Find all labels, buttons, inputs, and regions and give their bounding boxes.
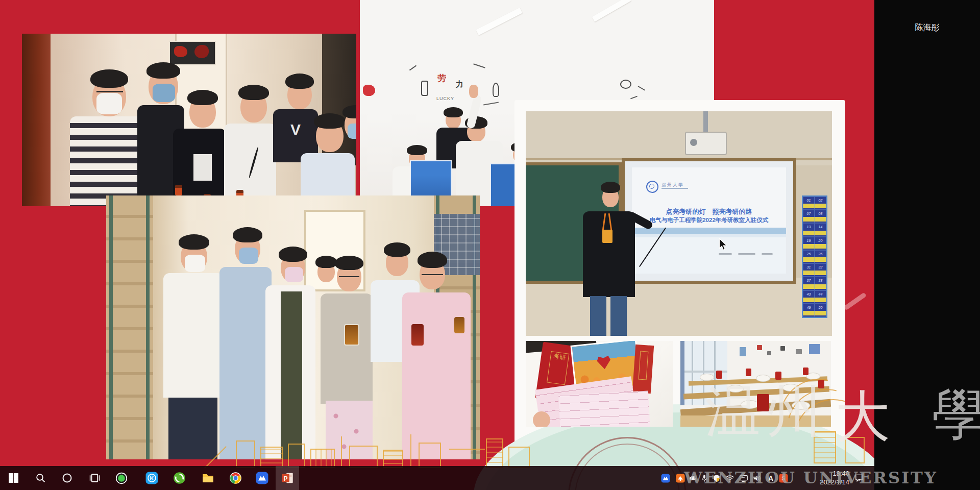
gold-skyline-decoration xyxy=(200,431,529,466)
photo-classroom-ceremony: 温州大学 点亮考研的灯 照亮考研的路 电气与电子工程学院2022年考研教室入驻仪… xyxy=(526,111,832,336)
wall-art xyxy=(169,41,216,65)
svg-text:K: K xyxy=(150,475,154,481)
university-logo xyxy=(646,181,658,193)
gold-curve-decoration xyxy=(780,376,872,468)
slide-title-line1: 点亮考研的灯 照亮考研的路 xyxy=(632,207,786,216)
fingertip xyxy=(533,411,550,427)
slide-title-line2: 电气与电子工程学院2022年考研教室入驻仪式 xyxy=(632,216,786,224)
speaker-icon xyxy=(752,474,762,483)
tray-microphone[interactable] xyxy=(698,466,710,490)
svg-text:P: P xyxy=(283,475,287,482)
powerpoint-icon: P xyxy=(281,472,294,484)
chrome-button[interactable] xyxy=(224,466,247,490)
red-envelope xyxy=(632,345,654,394)
svg-text:S: S xyxy=(781,475,785,481)
windows-taskbar: K P xyxy=(0,466,874,490)
mouse-cursor xyxy=(719,238,728,253)
search-button[interactable] xyxy=(30,466,51,490)
tencent-meeting-icon xyxy=(256,472,268,484)
tray-wifi[interactable] xyxy=(723,466,737,490)
tray-security-shield[interactable] xyxy=(710,466,723,490)
gift-jar xyxy=(175,185,182,195)
tray-sogou-input[interactable]: S xyxy=(777,466,790,490)
wall-decal-badge xyxy=(363,85,375,96)
tencent-meeting-tray-icon xyxy=(661,474,670,483)
tencent-meeting-button[interactable] xyxy=(250,466,274,490)
taskbar-clock[interactable]: 18:40 2022/1/14 xyxy=(802,469,849,486)
tray-screen-share[interactable] xyxy=(674,466,687,490)
windows-logo-icon xyxy=(8,473,19,483)
curtain xyxy=(22,34,51,206)
bunk-bed-left xyxy=(106,195,153,459)
folder-icon xyxy=(202,472,214,484)
file-explorer-button[interactable] xyxy=(196,466,219,490)
projector xyxy=(685,132,727,155)
browser-360-icon xyxy=(173,472,186,484)
cortana-button[interactable] xyxy=(56,466,78,490)
kugou-music-button[interactable]: K xyxy=(140,466,163,490)
ceiling-light xyxy=(476,8,523,35)
browser-360-button[interactable] xyxy=(167,466,191,490)
start-button[interactable] xyxy=(3,466,23,490)
cast-display-icon xyxy=(739,474,748,483)
tray-cast-display[interactable] xyxy=(737,466,750,490)
pink-note xyxy=(558,390,650,427)
cortana-icon xyxy=(62,473,72,483)
clock-date: 2022/1/14 xyxy=(802,478,849,486)
search-icon xyxy=(35,473,46,483)
photo-dorm-visit xyxy=(106,195,480,459)
slide-blue-band xyxy=(632,228,786,234)
task-view-button[interactable] xyxy=(84,466,105,490)
cloud-icon xyxy=(689,474,698,483)
wifi-icon xyxy=(725,474,734,483)
task-view-icon xyxy=(89,473,100,483)
tray-tencent-meeting[interactable] xyxy=(659,466,672,490)
ceiling-light xyxy=(592,0,631,22)
white-swoosh xyxy=(843,292,867,310)
sogou-icon: S xyxy=(779,474,788,483)
kugou-icon: K xyxy=(145,472,158,484)
chrome-icon xyxy=(229,472,242,484)
clock-time: 18:40 xyxy=(802,469,849,478)
number-pocket-chart: 0102 0708 1314 1920 2526 3132 3738 4344 … xyxy=(802,195,827,318)
shield-icon xyxy=(713,474,721,482)
screen: 劳 力 LUCKY xyxy=(0,0,980,490)
projected-slide: 温州大学 点亮考研的灯 照亮考研的路 电气与电子工程学院2022年考研教室入驻仪… xyxy=(632,167,786,274)
meeting-sidebar: 陈海彤 xyxy=(874,0,980,490)
powerpoint-button-active[interactable]: P xyxy=(276,466,299,490)
tray-ime-language[interactable]: A xyxy=(765,466,777,490)
notification-icon xyxy=(854,473,864,483)
photo-dorm-hallway: V xyxy=(22,34,356,206)
green-dot-icon xyxy=(115,472,128,484)
microphone-icon xyxy=(700,474,708,482)
presenter-name: 陈海彤 xyxy=(874,22,980,33)
decal-text-lucky: LUCKY xyxy=(436,96,454,101)
recorder-app-button[interactable] xyxy=(110,466,133,490)
blue-display-board xyxy=(490,163,517,206)
red-gift-bag xyxy=(757,394,769,411)
tray-speaker[interactable] xyxy=(750,466,764,490)
action-center-button[interactable] xyxy=(850,466,868,490)
photo-gifts-table: 考研 xyxy=(526,341,673,427)
tray-cloud[interactable] xyxy=(687,466,699,490)
powerpoint-slideshow[interactable]: 劳 力 LUCKY xyxy=(0,0,874,490)
screen-share-icon xyxy=(676,474,685,483)
